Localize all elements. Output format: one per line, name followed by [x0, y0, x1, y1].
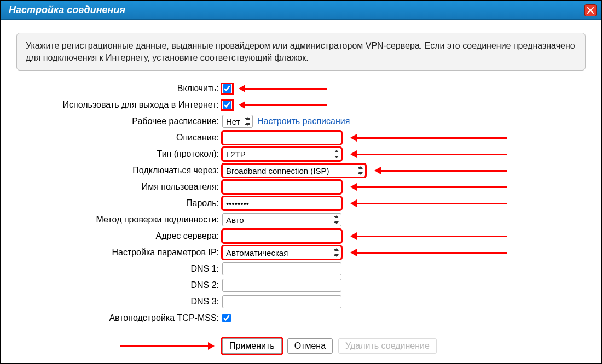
input-password[interactable] [222, 197, 341, 210]
annotation-arrow [350, 150, 507, 158]
row-ip-setup: Настройка параметров IP: Автоматическая [16, 244, 586, 261]
info-banner: Укажите регистрационные данные, выданные… [16, 33, 586, 71]
close-icon [587, 7, 594, 14]
annotation-arrow [239, 101, 327, 109]
highlight-use-internet [222, 101, 232, 109]
row-enable: Включить: [16, 80, 586, 97]
row-password: Пароль: [16, 195, 586, 212]
annotation-arrow [374, 167, 507, 174]
window-title: Настройка соединения [9, 4, 125, 16]
input-dns3[interactable] [222, 295, 341, 308]
dialog-content: Укажите регистрационные данные, выданные… [1, 20, 601, 361]
select-via[interactable]: Broadband connection (ISP) [222, 164, 366, 177]
input-dns2[interactable] [222, 279, 341, 292]
cancel-button[interactable]: Отмена [287, 338, 333, 354]
button-row: Применить Отмена Удалить соединение [16, 336, 586, 356]
label-type: Тип (протокол): [16, 149, 222, 159]
delete-connection-button: Удалить соединение [338, 338, 437, 354]
apply-button[interactable]: Применить [222, 338, 282, 354]
label-server: Адрес сервера: [16, 231, 222, 241]
label-dns1: DNS 1: [16, 264, 222, 274]
close-button[interactable] [584, 4, 597, 16]
checkbox-tcpmss[interactable] [222, 314, 231, 322]
row-dns2: DNS 2: [16, 277, 586, 293]
select-schedule[interactable]: Нет [222, 115, 253, 128]
row-via: Подключаться через: Broadband connection… [16, 162, 586, 179]
row-use-internet: Использовать для выхода в Интернет: [16, 97, 586, 113]
row-tcpmss: Автоподстройка TCP-MSS: [16, 310, 586, 326]
row-dns3: DNS 3: [16, 293, 586, 310]
select-ip-setup[interactable]: Автоматическая [222, 246, 341, 259]
select-type[interactable]: L2TP [222, 148, 341, 161]
label-tcpmss: Автоподстройка TCP-MSS: [16, 313, 222, 323]
label-enable: Включить: [16, 84, 222, 93]
annotation-arrow [350, 199, 507, 207]
annotation-arrow [350, 183, 507, 191]
label-username: Имя пользователя: [16, 182, 222, 192]
row-server: Адрес сервера: [16, 228, 586, 244]
label-password: Пароль: [16, 198, 222, 208]
label-use-internet: Использовать для выхода в Интернет: [16, 100, 222, 110]
titlebar: Настройка соединения [1, 1, 601, 20]
label-via: Подключаться через: [16, 166, 222, 175]
annotation-arrow [350, 232, 507, 240]
input-dns1[interactable] [222, 262, 341, 275]
label-auth: Метод проверки подлинности: [16, 215, 222, 225]
select-auth[interactable]: Авто [222, 213, 341, 226]
checkbox-use-internet[interactable] [223, 101, 231, 109]
row-description: Описание: [16, 130, 586, 146]
label-description: Описание: [16, 133, 222, 143]
row-dns1: DNS 1: [16, 261, 586, 277]
annotation-arrow [350, 134, 507, 142]
row-auth: Метод проверки подлинности: Авто [16, 212, 586, 228]
label-ip-setup: Настройка параметров IP: [16, 248, 222, 257]
checkbox-enable[interactable] [223, 84, 231, 93]
row-username: Имя пользователя: [16, 179, 586, 195]
input-username[interactable] [222, 180, 341, 193]
label-dns2: DNS 2: [16, 280, 222, 290]
annotation-arrow [239, 85, 327, 92]
annotation-arrow [120, 342, 215, 350]
input-server[interactable] [222, 230, 341, 243]
input-description[interactable] [222, 131, 341, 144]
link-configure-schedules[interactable]: Настроить расписания [257, 116, 350, 126]
label-schedule: Рабочее расписание: [16, 116, 222, 126]
highlight-enable [222, 84, 232, 93]
annotation-arrow [350, 249, 507, 256]
row-type: Тип (протокол): L2TP [16, 146, 586, 162]
label-dns3: DNS 3: [16, 297, 222, 307]
row-schedule: Рабочее расписание: Нет Настроить распис… [16, 113, 586, 130]
